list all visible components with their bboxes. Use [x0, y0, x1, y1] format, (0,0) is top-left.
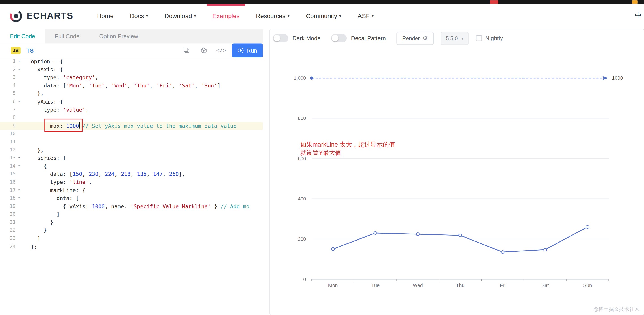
nav-item-docs[interactable]: Docs▾: [122, 4, 156, 28]
fold-gutter: [16, 122, 22, 130]
code-line-18[interactable]: 18▾ data: [: [0, 194, 263, 202]
dark-mode-toggle[interactable]: [273, 34, 288, 42]
nav-item-examples[interactable]: Examples: [204, 4, 248, 28]
layers-icon[interactable]: [180, 46, 193, 55]
highlight-red-box: [44, 118, 82, 132]
svg-text:400: 400: [298, 196, 306, 202]
nav-item-home[interactable]: Home: [89, 4, 122, 28]
version-value: 5.5.0: [446, 35, 458, 42]
run-button[interactable]: Run: [232, 44, 263, 57]
fold-gutter: [16, 226, 22, 234]
fold-gutter: [16, 146, 22, 154]
fold-gutter: [16, 130, 22, 138]
code-line-24[interactable]: 24};: [0, 242, 263, 250]
code-line-22[interactable]: 22 }: [0, 226, 263, 234]
code-line-16[interactable]: 16 type: 'line',: [0, 178, 263, 186]
fold-gutter: [16, 202, 22, 210]
language-toggle[interactable]: 中: [631, 12, 644, 20]
fold-arrow-icon[interactable]: ▾: [16, 98, 22, 106]
code-text: {: [22, 162, 47, 170]
fold-gutter: [16, 242, 22, 250]
code-line-1[interactable]: 1▾option = {: [0, 58, 263, 66]
code-text: }: [22, 226, 47, 234]
code-line-15[interactable]: 15 data: [150, 230, 224, 218, 135, 147, …: [0, 170, 263, 178]
chevron-down-icon: ▾: [288, 14, 290, 18]
code-text: [22, 130, 31, 138]
code-text: markLine: {: [22, 186, 86, 194]
line-number: 17: [0, 186, 16, 194]
code-text: data: [: [22, 194, 79, 202]
code-icon[interactable]: </>: [215, 46, 227, 55]
nav-item-resources[interactable]: Resources▾: [248, 4, 298, 28]
watermark: @稀土掘金技术社区: [593, 306, 640, 313]
code-line-10[interactable]: 10: [0, 130, 263, 138]
code-line-8[interactable]: 8: [0, 114, 263, 122]
code-text: yAxis: {: [22, 98, 63, 106]
line-number: 19: [0, 202, 16, 210]
code-line-7[interactable]: 7 type: 'value',: [0, 106, 263, 114]
decal-pattern-label: Decal Pattern: [351, 35, 386, 42]
main-nav: HomeDocs▾Download▾ExamplesResources▾Comm…: [89, 4, 382, 28]
code-line-3[interactable]: 3 type: 'category',: [0, 74, 263, 82]
line-number: 24: [0, 242, 16, 250]
code-line-19[interactable]: 19 { yAxis: 1000, name: 'Specific Value …: [0, 202, 263, 210]
svg-text:Mon: Mon: [328, 282, 338, 288]
code-editor-panel: Edit CodeFull CodeOption Preview JS TS <…: [0, 29, 263, 315]
nav-item-community[interactable]: Community▾: [298, 4, 350, 28]
code-line-13[interactable]: 13▾ series: [: [0, 154, 263, 162]
line-chart: 02004006008001,000MonTueWedThuFriSatSun1…: [270, 29, 644, 315]
decal-pattern-toggle[interactable]: [331, 34, 347, 42]
code-line-21[interactable]: 21 }: [0, 218, 263, 226]
fold-arrow-icon[interactable]: ▾: [16, 58, 22, 66]
code-line-12[interactable]: 12 },: [0, 146, 263, 154]
fold-arrow-icon[interactable]: ▾: [16, 186, 22, 194]
line-number: 1: [0, 58, 16, 66]
ts-language-toggle[interactable]: TS: [26, 47, 34, 54]
nav-item-asf[interactable]: ASF▾: [350, 4, 382, 28]
code-text: series: [: [22, 154, 66, 162]
svg-text:Wed: Wed: [413, 282, 423, 288]
nav-item-download[interactable]: Download▾: [156, 4, 204, 28]
render-button[interactable]: Render ⚙: [396, 32, 434, 44]
fold-arrow-icon[interactable]: ▾: [16, 194, 22, 202]
editor-toolbar: JS TS </> Run: [0, 44, 263, 58]
fold-gutter: [16, 90, 22, 98]
js-language-badge[interactable]: JS: [11, 46, 20, 54]
code-line-4[interactable]: 4 data: ['Mon', 'Tue', 'Wed', 'Thu', 'Fr…: [0, 82, 263, 90]
line-number: 4: [0, 82, 16, 90]
fold-arrow-icon[interactable]: ▾: [16, 66, 22, 74]
fold-gutter: [16, 234, 22, 242]
line-number: 5: [0, 90, 16, 98]
code-line-17[interactable]: 17▾ markLine: {: [0, 186, 263, 194]
code-line-14[interactable]: 14▾ {: [0, 162, 263, 170]
echarts-logo[interactable]: ECHARTS: [0, 9, 89, 22]
code-line-11[interactable]: 11: [0, 138, 263, 146]
code-text: };: [22, 242, 37, 250]
tab-edit-code[interactable]: Edit Code: [0, 29, 45, 44]
tab-full-code[interactable]: Full Code: [45, 29, 89, 44]
version-select[interactable]: 5.5.0 ▾: [440, 32, 469, 44]
code-line-23[interactable]: 23 ]: [0, 234, 263, 242]
code-line-5[interactable]: 5 },: [0, 90, 263, 98]
code-editor[interactable]: 1▾option = {2▾ xAxis: {3 type: 'category…: [0, 58, 263, 315]
echarts-logo-icon: [9, 9, 23, 22]
tab-option-preview[interactable]: Option Preview: [89, 29, 148, 44]
cube-icon[interactable]: [198, 46, 210, 55]
svg-text:800: 800: [298, 116, 306, 121]
chevron-down-icon: ▾: [194, 14, 196, 18]
code-line-20[interactable]: 20 ]: [0, 210, 263, 218]
code-text: data: ['Mon', 'Tue', 'Wed', 'Thu', 'Fri'…: [22, 82, 220, 90]
fold-arrow-icon[interactable]: ▾: [16, 162, 22, 170]
fold-arrow-icon[interactable]: ▾: [16, 154, 22, 162]
code-text: },: [22, 90, 44, 98]
text-cursor: [79, 122, 80, 129]
code-line-9[interactable]: 9 max: 1000 // Set yAxis max value to th…: [0, 122, 263, 130]
nav-label: Resources: [256, 12, 286, 19]
code-text: [22, 138, 31, 146]
nightly-checkbox[interactable]: [476, 35, 482, 41]
code-line-2[interactable]: 2▾ xAxis: {: [0, 66, 263, 74]
line-number: 13: [0, 154, 16, 162]
code-line-6[interactable]: 6▾ yAxis: {: [0, 98, 263, 106]
fold-gutter: [16, 74, 22, 82]
line-number: 11: [0, 138, 16, 146]
